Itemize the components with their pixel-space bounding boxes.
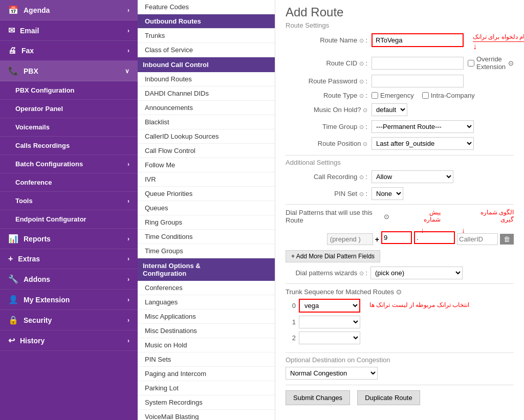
time-group-select[interactable]: ---Permanent Route--- <box>372 120 474 133</box>
trunk-1-select[interactable] <box>299 316 360 328</box>
trunk-sequence-help-icon[interactable]: ⊙ <box>396 288 402 296</box>
music-help-icon[interactable]: ⊙ <box>363 107 367 113</box>
pin-set-label: PIN Set ⊙ : <box>286 190 367 197</box>
nav-item-system-recordings[interactable]: System Recordings <box>138 395 275 410</box>
sidebar-label-fax: Fax <box>21 47 34 55</box>
sidebar: 📅 Agenda › ✉ Email › 🖨 Fax › 📞 PBX ∨ PBX… <box>0 0 138 420</box>
sidebar-item-endpoint[interactable]: Endpoint Configurator <box>0 210 138 229</box>
addons-icon: 🔧 <box>8 274 18 284</box>
match-input[interactable] <box>381 231 412 244</box>
nav-item-call-flow[interactable]: Call Flow Control <box>138 144 275 158</box>
trunk-0-select[interactable]: vega <box>299 299 360 313</box>
sidebar-item-tools[interactable]: Tools › <box>0 192 138 210</box>
nav-item-misc-apps[interactable]: Misc Applications <box>138 310 275 324</box>
route-cid-help-icon[interactable]: ⊙ <box>359 60 364 67</box>
pattern-input[interactable] <box>414 231 455 244</box>
dial-wizards-help-icon[interactable]: ⊙ <box>359 270 364 276</box>
intra-company-checkbox[interactable] <box>422 92 429 99</box>
route-position-help-icon[interactable]: ⊙ <box>363 141 367 147</box>
override-extension-checkbox[interactable] <box>468 60 474 67</box>
nav-item-music-on-hold[interactable]: Music on Hold <box>138 338 275 352</box>
pin-set-help-icon[interactable]: ⊙ <box>359 191 364 197</box>
nav-item-inbound-routes[interactable]: Inbound Routes <box>138 72 275 86</box>
nav-item-feature-codes[interactable]: Feature Codes <box>138 0 275 14</box>
add-more-dial-pattern-button[interactable]: + Add More Dial Pattern Fields <box>286 250 380 262</box>
nav-item-ring-groups[interactable]: Ring Groups <box>138 215 275 230</box>
congestion-select[interactable]: Normal Congestion <box>286 367 378 380</box>
nav-item-queue-priorities[interactable]: Queue Priorities <box>138 187 275 201</box>
nav-item-announcements[interactable]: Announcements <box>138 101 275 115</box>
pin-set-select[interactable]: None <box>372 187 403 200</box>
route-position-select[interactable]: Last after 9_outside <box>372 137 474 150</box>
nav-item-outbound-routes[interactable]: Outbound Routes <box>138 14 275 29</box>
sidebar-item-addons[interactable]: 🔧 Addons › <box>0 269 138 290</box>
sidebar-label-reports: Reports <box>24 235 51 243</box>
dial-wizards-select[interactable]: (pick one) <box>370 267 463 279</box>
nav-item-trunks[interactable]: Trunks <box>138 29 275 43</box>
nav-item-languages[interactable]: Languages <box>138 295 275 310</box>
trunk-2-select[interactable] <box>299 331 360 344</box>
sidebar-item-operator[interactable]: Operator Panel <box>0 100 138 118</box>
route-type-help-icon[interactable]: ⊙ <box>359 93 364 99</box>
nav-item-voicemail-blasting[interactable]: VoiceMail Blasting <box>138 410 275 420</box>
nav-item-follow-me[interactable]: Follow Me <box>138 158 275 172</box>
chevron-right-icon: › <box>127 197 129 205</box>
nav-item-class-of-service[interactable]: Class of Service <box>138 43 275 57</box>
nav-item-time-conditions[interactable]: Time Conditions <box>138 230 275 244</box>
prepend-input[interactable] <box>327 233 373 245</box>
call-recording-select[interactable]: Allow <box>372 170 453 183</box>
sidebar-item-extras[interactable]: + Extras › <box>0 249 138 269</box>
sidebar-item-reports[interactable]: 📊 Reports › <box>0 229 138 249</box>
sidebar-label-my-extension: My Extension <box>24 296 70 304</box>
nav-item-queues[interactable]: Queues <box>138 201 275 215</box>
sidebar-item-voicemails[interactable]: Voicemails <box>0 118 138 137</box>
nav-item-paging[interactable]: Paging and Intercom <box>138 367 275 381</box>
sidebar-label-voicemails: Voicemails <box>15 123 50 131</box>
sidebar-label-endpoint: Endpoint Configurator <box>15 215 86 223</box>
nav-item-callerid-lookup[interactable]: CallerID Lookup Sources <box>138 129 275 144</box>
nav-item-misc-dest[interactable]: Misc Destinations <box>138 324 275 338</box>
sidebar-item-conference[interactable]: Conference <box>0 173 138 192</box>
sidebar-item-pbx[interactable]: 📞 PBX ∨ <box>0 61 138 81</box>
sidebar-item-agenda[interactable]: 📅 Agenda › <box>0 0 138 20</box>
callerid-input[interactable] <box>457 233 498 245</box>
emergency-checkbox[interactable] <box>372 92 378 99</box>
route-type-label: Route Type ⊙ : <box>286 92 367 99</box>
chevron-right-icon: › <box>127 47 129 54</box>
sidebar-label-batch-config: Batch Configurations <box>15 160 83 168</box>
override-help-icon[interactable]: ⊙ <box>508 59 514 67</box>
sidebar-item-my-extension[interactable]: 👤 My Extension › <box>0 290 138 310</box>
sidebar-item-email[interactable]: ✉ Email › <box>0 20 138 41</box>
route-cid-input[interactable] <box>372 57 464 70</box>
route-name-input[interactable] <box>372 33 464 47</box>
sidebar-item-history[interactable]: ↩ History › <box>0 330 138 351</box>
duplicate-route-button[interactable]: Duplicate Route <box>357 390 420 405</box>
time-group-row: Time Group ⊙ : ---Permanent Route--- <box>286 120 514 133</box>
nav-item-pin-sets[interactable]: PIN Sets <box>138 352 275 367</box>
chevron-right-icon: › <box>127 235 129 242</box>
nav-item-blacklist[interactable]: Blacklist <box>138 115 275 129</box>
nav-item-time-groups[interactable]: Time Groups <box>138 244 275 258</box>
dial-patterns-help-icon[interactable]: ⊙ <box>384 213 389 220</box>
chevron-right-icon: › <box>127 296 129 303</box>
nav-item-conferences[interactable]: Conferences <box>138 281 275 295</box>
call-recording-row: Call Recording ⊙ : Allow <box>286 170 514 183</box>
music-on-hold-select[interactable]: default <box>372 103 407 116</box>
sidebar-item-pbx-config[interactable]: PBX Configuration <box>0 81 138 100</box>
route-name-help-icon[interactable]: ⊙ <box>359 37 364 43</box>
sidebar-item-batch-config[interactable]: Batch Configurations › <box>0 155 138 173</box>
sidebar-item-calls-recordings[interactable]: Calls Recordings <box>0 137 138 155</box>
nav-item-parking[interactable]: Parking Lot <box>138 381 275 395</box>
time-group-help-icon[interactable]: ⊙ <box>359 124 364 130</box>
page-title: Add Route <box>286 5 514 19</box>
route-password-input[interactable] <box>372 75 464 87</box>
sidebar-item-security[interactable]: 🔒 Security › <box>0 310 138 330</box>
delete-dial-pattern-button[interactable]: 🗑 <box>500 234 514 245</box>
route-password-help-icon[interactable]: ⊙ <box>359 78 364 84</box>
nav-item-dahdi[interactable]: DAHDI Channel DIDs <box>138 86 275 101</box>
nav-item-ivr[interactable]: IVR <box>138 172 275 187</box>
submit-changes-button[interactable]: Submit Changes <box>286 390 350 405</box>
sidebar-item-fax[interactable]: 🖨 Fax › <box>0 41 138 61</box>
call-recording-help-icon[interactable]: ⊙ <box>359 174 364 180</box>
route-password-label: Route Password ⊙ : <box>286 77 367 85</box>
